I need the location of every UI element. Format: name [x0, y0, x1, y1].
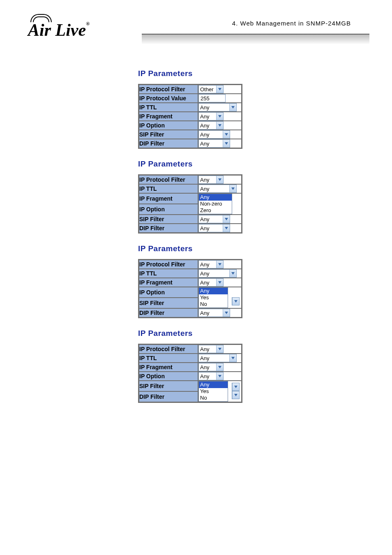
dropdown-ip-protocol-filter[interactable]: Any	[198, 176, 224, 184]
chevron-down-icon	[223, 131, 230, 138]
row-label: IP TTL	[139, 354, 198, 363]
chevron-down-icon	[216, 113, 223, 120]
dropdown-dip-filter[interactable]: Any	[198, 224, 230, 232]
dropdown-value: Any	[199, 113, 216, 120]
dropdown-ip-protocol-filter[interactable]: Other	[198, 85, 224, 93]
chevron-down-icon	[216, 176, 223, 183]
dropdown-ip-fragment[interactable]: Any	[198, 278, 224, 287]
chevron-down-icon	[229, 185, 236, 192]
dropdown-option[interactable]: Non-zero	[199, 201, 232, 207]
table-row: DIP FilterAny	[139, 308, 242, 317]
row-label: IP Fragment	[139, 363, 198, 372]
row-value: AnyYesNo	[198, 381, 242, 402]
dropdown-ip-option[interactable]: Any	[198, 121, 224, 130]
ip-parameters-table: IP Protocol FilterAnyIP TTLAnyIP Fragmen…	[138, 259, 242, 318]
chevron-down-icon	[223, 215, 230, 223]
row-value: Any	[198, 278, 242, 287]
row-label: IP TTL	[139, 269, 198, 278]
dropdown-option-selected[interactable]: Any	[199, 288, 228, 294]
chevron-down-icon	[232, 391, 239, 399]
input-ip-protocol-value[interactable]: 255	[198, 94, 226, 102]
row-value: Any	[198, 260, 242, 269]
row-label: DIP Filter	[139, 391, 198, 402]
dropdown-sip-filter-collapsed[interactable]	[232, 297, 240, 305]
row-label: IP Protocol Value	[139, 94, 198, 103]
dropdown-open-sip-filter[interactable]: AnyYesNo	[198, 381, 228, 402]
dropdown-ip-ttl[interactable]: Any	[198, 354, 237, 362]
dropdown-ip-fragment[interactable]: Any	[198, 363, 224, 371]
dropdown-value: Any	[199, 345, 216, 353]
dropdown-option-selected[interactable]: Any	[199, 382, 228, 388]
dropdown-sip-filter[interactable]: Any	[198, 215, 230, 223]
dropdown-sip-collapsed[interactable]	[232, 383, 240, 391]
row-label: IP Fragment	[139, 278, 198, 287]
dropdown-ip-fragment[interactable]: Any	[198, 112, 224, 120]
dropdown-open-ip-fragment[interactable]: AnyNon-zeroZero	[198, 194, 232, 214]
table-row: IP FragmentAny	[139, 363, 242, 372]
chevron-down-icon	[232, 298, 239, 305]
dropdown-open-ip-option[interactable]: AnyYesNo	[198, 287, 228, 308]
dropdown-value: Any	[199, 363, 216, 371]
airlive-logo: Air Live®	[28, 14, 114, 44]
table-row: IP TTLAny	[139, 354, 242, 363]
dropdown-value: Any	[199, 176, 216, 183]
chevron-down-icon	[223, 140, 230, 147]
row-label: IP Protocol Filter	[139, 260, 198, 269]
table-row: DIP FilterAny	[139, 139, 242, 148]
dropdown-ip-protocol-filter[interactable]: Any	[198, 260, 224, 268]
dropdown-value: Any	[199, 372, 216, 380]
chevron-down-icon	[216, 372, 223, 380]
dropdown-ip-ttl[interactable]: Any	[198, 103, 237, 111]
row-value: AnyNon-zeroZero	[198, 193, 242, 215]
table-row: IP OptionAnyYesNo	[139, 287, 242, 298]
chevron-down-icon	[223, 224, 230, 232]
table-row: IP Protocol FilterOther	[139, 85, 242, 94]
dropdown-dip-filter[interactable]: Any	[198, 309, 230, 317]
dropdown-option[interactable]: Yes	[199, 294, 228, 301]
dropdown-ip-ttl[interactable]: Any	[198, 185, 237, 193]
table-row: IP Protocol FilterAny	[139, 260, 242, 269]
row-label: IP Option	[139, 372, 198, 381]
dropdown-option[interactable]: No	[199, 395, 228, 401]
dropdown-sip-filter[interactable]: Any	[198, 130, 230, 139]
chevron-down-icon	[216, 279, 223, 286]
dropdown-option[interactable]: Yes	[199, 388, 228, 395]
breadcrumb: 4. Web Management in SNMP-24MGB	[232, 20, 351, 27]
table-row: IP Protocol FilterAny	[139, 345, 242, 354]
row-label: IP Protocol Filter	[139, 85, 198, 94]
chevron-down-icon	[216, 363, 223, 371]
dropdown-value: Any	[199, 261, 216, 268]
row-value: Any	[198, 175, 242, 184]
table-row: IP OptionAny	[139, 372, 242, 381]
table-row: IP FragmentAnyNon-zeroZero	[139, 193, 242, 204]
row-label: IP Fragment	[139, 193, 198, 204]
header-divider	[142, 34, 369, 44]
dropdown-value: Any	[199, 224, 223, 232]
dropdown-value: Any	[199, 354, 229, 362]
row-value: Any	[198, 363, 242, 372]
dropdown-ip-protocol-filter[interactable]: Any	[198, 345, 224, 353]
row-value: Any	[198, 372, 242, 381]
row-value: Other	[198, 85, 242, 94]
dropdown-ip-ttl[interactable]: Any	[198, 269, 237, 278]
dropdown-option-selected[interactable]: Any	[199, 194, 232, 201]
row-value: Any	[198, 121, 242, 130]
ip-parameters-table: IP Protocol FilterAnyIP TTLAnyIP Fragmen…	[138, 344, 242, 403]
table-row: IP OptionAny	[139, 121, 242, 130]
dropdown-ip-option[interactable]: Any	[198, 372, 224, 380]
dropdown-value: Any	[199, 279, 216, 286]
dropdown-dip-filter[interactable]: Any	[198, 139, 230, 148]
row-label: SIP Filter	[139, 381, 198, 391]
row-value: Any	[198, 269, 242, 278]
chevron-down-icon	[229, 270, 236, 277]
row-value: Any	[198, 130, 242, 139]
table-row: SIP FilterAny	[139, 130, 242, 139]
row-label: IP Protocol Filter	[139, 345, 198, 354]
row-label: IP Option	[139, 204, 198, 215]
dropdown-option[interactable]: No	[199, 301, 228, 308]
table-row: IP FragmentAny	[139, 278, 242, 287]
table-row: IP TTLAny	[139, 184, 242, 193]
dropdown-dip-collapsed[interactable]	[232, 391, 240, 399]
dropdown-value: Any	[199, 309, 223, 317]
dropdown-option[interactable]: Zero	[199, 207, 232, 214]
